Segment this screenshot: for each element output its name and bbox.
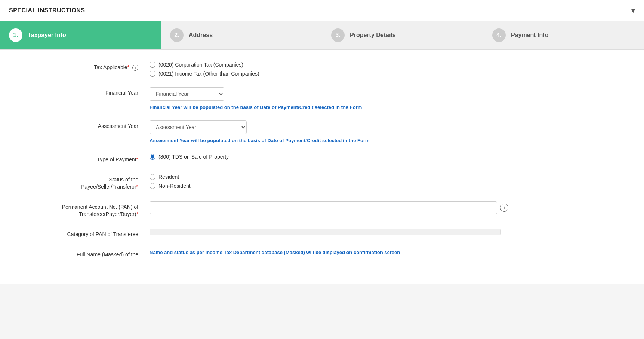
- tax-applicable-info-icon[interactable]: i: [132, 65, 138, 71]
- step-taxpayer-info[interactable]: 1. Taxpayer Info: [0, 21, 161, 49]
- step-1-label: Taxpayer Info: [28, 32, 66, 39]
- financial-year-hint: Financial Year will be populated on the …: [150, 104, 622, 110]
- pan-info-icon[interactable]: i: [500, 204, 508, 212]
- financial-year-content: Financial Year Financial Year will be po…: [150, 87, 622, 110]
- financial-year-label: Financial Year: [22, 87, 150, 97]
- pan-transferee-label: Permanent Account No. (PAN) of Transfere…: [22, 201, 150, 218]
- step-1-circle: 1.: [9, 28, 22, 42]
- category-pan-content: [150, 229, 622, 235]
- status-of-payee-content: Resident Non-Resident: [150, 174, 622, 189]
- assessment-year-hint: Assessment Year will be populated on the…: [150, 138, 622, 143]
- tax-applicable-row: Tax Applicable* i (0020) Corporation Tax…: [22, 62, 622, 77]
- tax-applicable-label: Tax Applicable* i: [22, 62, 150, 71]
- type-of-payment-row: Type of Payment* (800) TDS on Sale of Pr…: [22, 154, 622, 164]
- type-of-payment-label: Type of Payment*: [22, 154, 150, 164]
- step-payment-info[interactable]: 4. Payment Info: [483, 21, 644, 49]
- chevron-down-icon: ▾: [631, 6, 635, 15]
- category-pan-readonly: [150, 229, 501, 235]
- status-non-resident[interactable]: Non-Resident: [150, 183, 622, 189]
- status-of-payee-row: Status of the Payee/Seller/Transferor* R…: [22, 174, 622, 191]
- tax-applicable-options: (0020) Corporation Tax (Companies) (0021…: [150, 62, 622, 77]
- assessment-year-content: Assessment Year Assessment Year will be …: [150, 120, 622, 143]
- status-resident-radio[interactable]: [150, 174, 155, 180]
- steps-bar: 1. Taxpayer Info 2. Address 3. Property …: [0, 21, 644, 50]
- tax-option-corporation-radio[interactable]: [150, 62, 155, 68]
- pan-transferee-input[interactable]: [150, 201, 497, 214]
- full-name-row: Full Name (Masked) of the Name and statu…: [22, 249, 622, 259]
- full-name-hint: Name and status as per Income Tax Depart…: [150, 250, 622, 255]
- assessment-year-select[interactable]: Assessment Year: [150, 120, 247, 134]
- special-instructions-bar[interactable]: SPECIAL INSTRUCTIONS ▾: [0, 0, 644, 21]
- assessment-year-row: Assessment Year Assessment Year Assessme…: [22, 120, 622, 143]
- step-property-details[interactable]: 3. Property Details: [322, 21, 483, 49]
- status-non-resident-radio[interactable]: [150, 183, 155, 189]
- full-name-label: Full Name (Masked) of the: [22, 249, 150, 259]
- payment-type-radio[interactable]: [150, 154, 155, 160]
- pan-transferee-row: Permanent Account No. (PAN) of Transfere…: [22, 201, 622, 218]
- financial-year-select[interactable]: Financial Year: [150, 87, 224, 101]
- form-container: Tax Applicable* i (0020) Corporation Tax…: [0, 50, 644, 284]
- step-2-label: Address: [189, 32, 213, 39]
- payment-type-option[interactable]: (800) TDS on Sale of Property: [150, 154, 622, 160]
- assessment-year-label: Assessment Year: [22, 120, 150, 130]
- pan-input-wrapper: i: [150, 201, 508, 214]
- category-pan-row: Category of PAN of Transferee: [22, 229, 622, 238]
- pan-transferee-content: i: [150, 201, 622, 214]
- tax-option-income-radio[interactable]: [150, 71, 155, 77]
- financial-year-row: Financial Year Financial Year Financial …: [22, 87, 622, 110]
- type-of-payment-content: (800) TDS on Sale of Property: [150, 154, 622, 160]
- step-3-circle: 3.: [331, 28, 345, 42]
- step-address[interactable]: 2. Address: [161, 21, 322, 49]
- category-pan-label: Category of PAN of Transferee: [22, 229, 150, 238]
- tax-option-income[interactable]: (0021) Income Tax (Other than Companies): [150, 71, 622, 77]
- special-instructions-title: SPECIAL INSTRUCTIONS: [9, 7, 85, 14]
- tax-option-corporation[interactable]: (0020) Corporation Tax (Companies): [150, 62, 622, 68]
- status-of-payee-label: Status of the Payee/Seller/Transferor*: [22, 174, 150, 191]
- step-4-circle: 4.: [492, 28, 506, 42]
- step-3-label: Property Details: [350, 32, 396, 39]
- step-2-circle: 2.: [170, 28, 184, 42]
- status-resident[interactable]: Resident: [150, 174, 622, 180]
- step-4-label: Payment Info: [511, 32, 548, 39]
- full-name-content: Name and status as per Income Tax Depart…: [150, 249, 622, 255]
